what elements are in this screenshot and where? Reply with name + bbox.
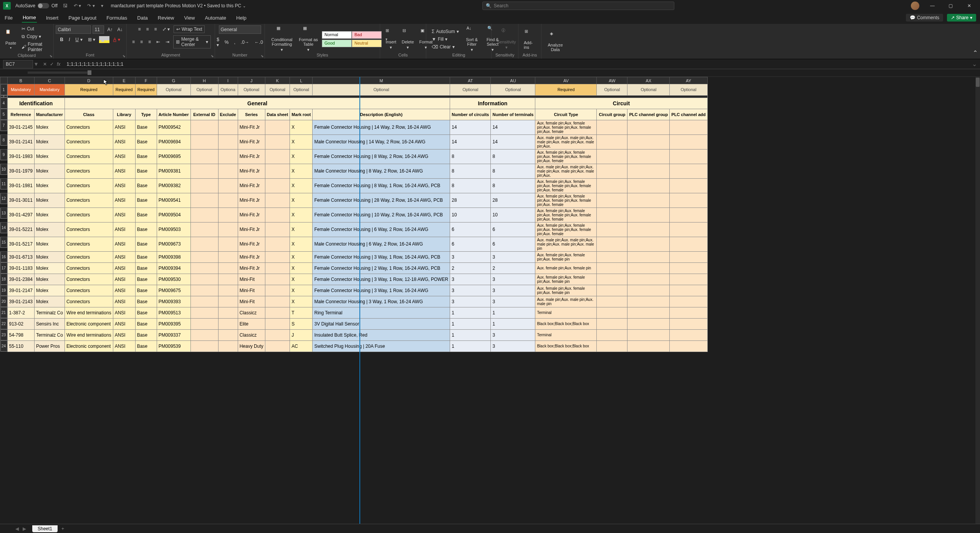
cell-terminals[interactable]: 14 xyxy=(491,120,535,134)
cell-circuit-group[interactable] xyxy=(597,149,627,164)
cell-series[interactable]: Classicz xyxy=(238,329,265,340)
field-header[interactable]: PLC channel group xyxy=(627,109,670,120)
cell-article[interactable]: PM009675 xyxy=(157,285,190,296)
cell-external-id[interactable] xyxy=(190,340,218,352)
cell-datasheet[interactable] xyxy=(265,285,290,296)
redo-icon[interactable]: ↷ ▾ xyxy=(87,3,94,8)
cell-manufacturer[interactable]: Molex xyxy=(34,274,65,285)
cell-article[interactable]: PM009393 xyxy=(157,296,190,307)
cell-circuit-type[interactable]: Black box;Black box;Black box xyxy=(535,318,597,329)
cell-description[interactable]: Female Connector Housing | 3 Way, 1 Row,… xyxy=(313,285,450,296)
cell-plc-channel-add[interactable] xyxy=(670,274,707,285)
cell-exclude[interactable] xyxy=(218,285,238,296)
field-header[interactable]: Mark root xyxy=(290,109,313,120)
cell-exclude[interactable] xyxy=(218,193,238,208)
cell-circuit-type[interactable]: Aux. female pin;Aux. female pin;Aux. fem… xyxy=(535,251,597,262)
cell-plc-channel-group[interactable] xyxy=(627,262,670,274)
formula-expand-icon[interactable]: ⌄ xyxy=(969,60,980,68)
cell-description[interactable]: Switched Plug Housing | 20A Fuse xyxy=(313,340,450,352)
cell-manufacturer[interactable]: Molex xyxy=(34,134,65,149)
cell-circuits[interactable]: 6 xyxy=(450,237,491,251)
add-sheet-button[interactable]: + xyxy=(58,526,68,531)
tag-cell[interactable]: Optional xyxy=(265,84,290,96)
cell-circuits[interactable]: 1 xyxy=(450,340,491,352)
tab-formulas[interactable]: Formulas xyxy=(106,13,128,22)
cell-type[interactable]: Base xyxy=(135,296,157,307)
cell-plc-channel-group[interactable] xyxy=(627,149,670,164)
cell-external-id[interactable] xyxy=(190,178,218,193)
column-header-E[interactable]: E xyxy=(113,77,135,84)
cell-circuit-type[interactable]: Aux. female pin;Aux. female pin;Aux. fem… xyxy=(535,149,597,164)
cell-datasheet[interactable] xyxy=(265,178,290,193)
cell-class[interactable]: Wire end terminations xyxy=(65,329,113,340)
cell-manufacturer[interactable]: Terminalz Co xyxy=(34,307,65,318)
cell-circuit-type[interactable]: Aux. female pin;Aux. female pin;Aux. fem… xyxy=(535,285,597,296)
cell-reference[interactable]: 54-798 xyxy=(7,329,34,340)
tag-cell[interactable]: Mandatory xyxy=(7,84,34,96)
cell-circuit-type[interactable]: Aux. male pin;Aux. male pin;Aux. male pi… xyxy=(535,164,597,178)
underline-button[interactable]: U ▾ xyxy=(74,36,84,43)
cell-description[interactable]: Female Connector Housing | 10 Way, 2 Row… xyxy=(313,208,450,222)
cell-type[interactable]: Base xyxy=(135,149,157,164)
column-header-M[interactable]: M xyxy=(313,77,450,84)
cell-class[interactable]: Connectors xyxy=(65,296,113,307)
paste-button[interactable]: 📋Paste▾ xyxy=(4,29,18,50)
cell-mark-root[interactable]: X xyxy=(290,164,313,178)
cell-mark-root[interactable]: X xyxy=(290,208,313,222)
cell-circuits[interactable]: 8 xyxy=(450,164,491,178)
font-size-select[interactable] xyxy=(93,25,104,34)
field-header[interactable]: Circuit Type xyxy=(535,109,597,120)
field-header[interactable]: Type xyxy=(135,109,157,120)
tab-file[interactable]: File xyxy=(4,13,13,22)
table-row[interactable]: 1039-01-1979MolexConnectorsANSIBasePM009… xyxy=(0,164,708,178)
column-header-H[interactable]: H xyxy=(190,77,218,84)
cell-type[interactable]: Base xyxy=(135,164,157,178)
cell-circuit-group[interactable] xyxy=(597,251,627,262)
tag-cell[interactable]: Optional xyxy=(313,84,450,96)
cell-circuits[interactable]: 3 xyxy=(450,274,491,285)
cell-plc-channel-add[interactable] xyxy=(670,340,707,352)
font-color-button[interactable]: A ▾ xyxy=(112,36,122,43)
cell-datasheet[interactable] xyxy=(265,222,290,237)
table-row[interactable]: 22913-02Sensirs IncElectronic componentA… xyxy=(0,318,708,329)
bold-button[interactable]: B xyxy=(58,36,65,43)
cell-reference[interactable]: 39-01-5221 xyxy=(7,222,34,237)
table-row[interactable]: 1539-01-5217MolexConnectorsANSIBasePM009… xyxy=(0,237,708,251)
fill-color-button[interactable]: ◢ ▾ xyxy=(99,36,109,43)
cell-class[interactable]: Connectors xyxy=(65,134,113,149)
number-launcher-icon[interactable]: ⬊ xyxy=(261,54,264,58)
column-header-I[interactable]: I xyxy=(218,77,238,84)
cell-manufacturer[interactable]: Molex xyxy=(34,237,65,251)
cell-mark-root[interactable]: X xyxy=(290,237,313,251)
cell-type[interactable]: Base xyxy=(135,134,157,149)
orientation-icon[interactable]: ⤢ ▾ xyxy=(161,26,171,33)
table-row[interactable]: 1239-01-3011MolexConnectorsANSIBasePM009… xyxy=(0,193,708,208)
tag-cell[interactable]: 1 xyxy=(0,84,7,95)
cell-manufacturer[interactable]: Molex xyxy=(34,262,65,274)
cell-datasheet[interactable] xyxy=(265,296,290,307)
cell-circuits[interactable]: 3 xyxy=(450,285,491,296)
cell-circuit-type[interactable]: Terminal xyxy=(535,329,597,340)
cell-mark-root[interactable]: X xyxy=(290,262,313,274)
cell-reference[interactable]: 39-01-6713 xyxy=(7,251,34,262)
cell-circuit-group[interactable] xyxy=(597,296,627,307)
cell-manufacturer[interactable]: Molex xyxy=(34,120,65,134)
autosave-toggle[interactable]: AutoSave Off xyxy=(15,3,58,8)
section-general[interactable]: General xyxy=(65,98,450,109)
increase-font-icon[interactable]: A↑ xyxy=(106,25,114,34)
comments-button[interactable]: 💬 Comments xyxy=(906,14,943,22)
cell-plc-channel-group[interactable] xyxy=(627,134,670,149)
cell-type[interactable]: Base xyxy=(135,285,157,296)
user-avatar[interactable] xyxy=(911,2,919,10)
cell-type[interactable]: Base xyxy=(135,120,157,134)
cell-manufacturer[interactable]: Molex xyxy=(34,208,65,222)
cell-library[interactable]: ANSI xyxy=(113,222,135,237)
cell-description[interactable]: Female Connector Housing | 8 Way, 1 Row,… xyxy=(313,178,450,193)
comma-icon[interactable]: , xyxy=(233,36,237,48)
cell-external-id[interactable] xyxy=(190,237,218,251)
cell-external-id[interactable] xyxy=(190,120,218,134)
cell-series[interactable]: Mini-Fit Jr xyxy=(238,134,265,149)
cell-circuits[interactable]: 10 xyxy=(450,208,491,222)
qat-customize-icon[interactable]: ▾ xyxy=(101,3,103,8)
cell-library[interactable]: ANSI xyxy=(113,134,135,149)
